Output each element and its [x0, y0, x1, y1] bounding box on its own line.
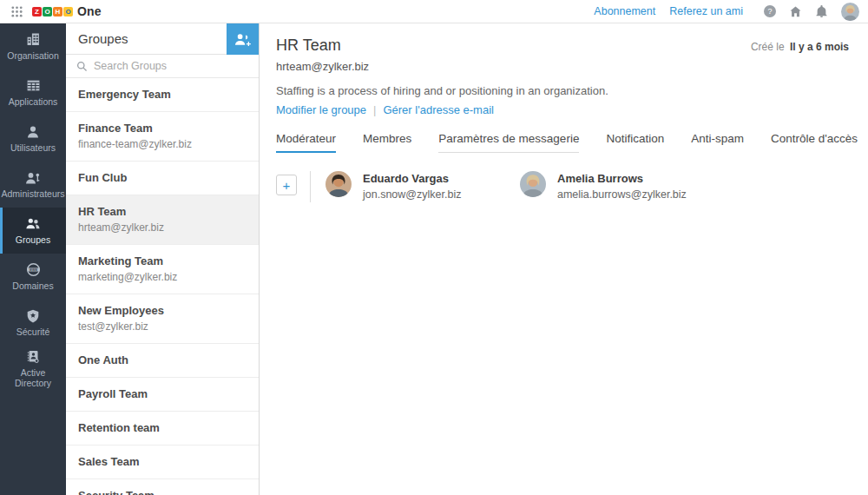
group-name: New Employees	[78, 304, 247, 317]
group-name: Sales Team	[78, 455, 247, 468]
admin-user-key-icon	[25, 170, 41, 185]
group-name: Payroll Team	[78, 387, 247, 400]
vertical-divider	[310, 171, 311, 202]
group-list-item-security-team[interactable]: Security Team	[66, 479, 259, 495]
group-name: Retention team	[78, 421, 247, 434]
active-directory-icon	[25, 349, 41, 364]
created-label: Créé le	[751, 41, 785, 53]
applications-grid-icon	[25, 78, 41, 93]
security-shield-icon	[25, 308, 41, 323]
group-email: test@zylker.biz	[78, 320, 247, 333]
sidebar-item-domaines[interactable]: WWW Domaines	[0, 254, 66, 300]
group-name: Security Team	[78, 489, 247, 495]
topbar: Z O H O One Abonnement Referez un ami ?	[0, 0, 868, 23]
group-description: Staffing is a process of hiring and or p…	[276, 84, 849, 97]
group-list-item-one-auth[interactable]: One Auth	[66, 344, 259, 378]
group-name: Finance Team	[78, 122, 247, 135]
moderators-row: + Eduardo Vargas jon.snow@zylker.biz	[276, 171, 849, 202]
logo-tile-o1: O	[43, 7, 52, 16]
group-name: Emergency Team	[78, 88, 247, 101]
refer-friend-link[interactable]: Referez un ami	[669, 5, 743, 17]
groups-icon	[25, 216, 41, 231]
group-title: HR Team	[276, 36, 341, 55]
zoho-one-logo[interactable]: Z O H O One	[32, 4, 102, 18]
group-list-item-hr-team[interactable]: HR Team hrteam@zylker.biz	[66, 195, 259, 245]
group-name: One Auth	[78, 353, 247, 366]
tab-membres[interactable]: Membres	[363, 132, 411, 153]
subscription-link[interactable]: Abonnement	[594, 5, 655, 17]
group-list-item-payroll-team[interactable]: Payroll Team	[66, 378, 259, 412]
sidebar-item-groupes[interactable]: Groupes	[0, 208, 66, 254]
brand-suffix: One	[77, 4, 102, 18]
home-icon[interactable]	[789, 5, 802, 18]
group-list-item-finance-team[interactable]: Finance Team finance-team@zylker.biz	[66, 112, 259, 162]
groups-panel-header: Groupes	[66, 23, 259, 55]
group-list-item-sales-team[interactable]: Sales Team	[66, 446, 259, 479]
detail-tabs: Modérateur Membres Paramètres de message…	[276, 132, 849, 153]
group-list-item-marketing-team[interactable]: Marketing Team marketing@zylker.biz	[66, 245, 259, 294]
admin-sidebar: Organisation Applications Utilisateurs A…	[0, 23, 66, 495]
add-group-button[interactable]	[227, 23, 259, 55]
sidebar-item-active-directory[interactable]: Active Directory	[0, 346, 66, 392]
sidebar-item-label: Active Directory	[3, 367, 63, 388]
sidebar-item-utilisateurs[interactable]: Utilisateurs	[0, 116, 66, 162]
add-moderator-button[interactable]: +	[276, 175, 297, 195]
logo-tile-z: Z	[32, 7, 42, 16]
sidebar-item-administrateurs[interactable]: Administrateurs	[0, 162, 66, 208]
group-name: Fun Club	[78, 171, 247, 184]
tab-moderateur[interactable]: Modérateur	[276, 132, 336, 153]
sidebar-item-label: Groupes	[16, 234, 50, 245]
group-name: HR Team	[78, 205, 247, 218]
sidebar-item-organisation[interactable]: Organisation	[0, 23, 66, 69]
moderator-email: amelia.burrows@zylker.biz	[557, 188, 687, 201]
sidebar-item-applications[interactable]: Applications	[0, 69, 66, 116]
group-list: Emergency Team Finance Team finance-team…	[66, 78, 259, 495]
moderator-avatar	[520, 171, 546, 197]
created-at: Créé le Il y a 6 mois	[751, 41, 849, 53]
search-groups-input[interactable]	[94, 60, 250, 72]
group-actions: Modifier le groupe | Gérer l'adresse e-m…	[276, 103, 849, 116]
group-email: finance-team@zylker.biz	[78, 138, 247, 150]
search-icon	[76, 61, 88, 72]
tab-controle-acces[interactable]: Contrôle d'accès	[771, 132, 858, 153]
domains-globe-icon: WWW	[25, 262, 41, 277]
action-separator: |	[373, 103, 376, 116]
group-list-item-emergency-team[interactable]: Emergency Team	[66, 78, 259, 112]
edit-group-link[interactable]: Modifier le groupe	[276, 103, 366, 116]
group-email-address: hrteam@zylker.biz	[276, 60, 849, 73]
sidebar-item-label: Administrateurs	[2, 188, 65, 199]
groups-search-row	[66, 55, 259, 78]
group-detail-pane: HR Team Créé le Il y a 6 mois hrteam@zyl…	[260, 23, 868, 495]
group-list-item-fun-club[interactable]: Fun Club	[66, 162, 259, 195]
group-list-item-retention-team[interactable]: Retention team	[66, 412, 259, 446]
help-icon[interactable]: ?	[764, 5, 776, 17]
moderator-card: Eduardo Vargas jon.snow@zylker.biz	[326, 171, 520, 201]
tab-anti-spam[interactable]: Anti-spam	[691, 132, 744, 153]
groups-panel: Groupes Emergency Team Finance Team fina…	[66, 23, 260, 495]
logo-tile-h: H	[53, 7, 62, 16]
user-avatar[interactable]	[841, 3, 859, 21]
manage-email-link[interactable]: Gérer l'adresse e-mail	[383, 103, 493, 116]
group-email: marketing@zylker.biz	[78, 271, 247, 283]
moderator-name: Amelia Burrows	[557, 172, 687, 185]
moderator-email: jon.snow@zylker.biz	[363, 188, 461, 201]
groups-panel-title: Groupes	[78, 31, 128, 46]
tab-notification[interactable]: Notification	[606, 132, 664, 153]
tab-parametres-messagerie[interactable]: Paramètres de messagerie	[438, 132, 579, 153]
sidebar-item-label: Domaines	[12, 280, 53, 291]
notifications-bell-icon[interactable]	[815, 5, 828, 18]
sidebar-item-label: Utilisateurs	[10, 142, 56, 153]
organization-icon	[25, 32, 41, 47]
sidebar-item-label: Organisation	[7, 50, 59, 61]
logo-tile-o2: O	[63, 7, 73, 16]
moderator-avatar	[326, 171, 352, 197]
app-launcher-icon[interactable]	[10, 5, 23, 18]
user-icon	[25, 124, 41, 139]
group-add-icon	[233, 33, 252, 46]
group-email: hrteam@zylker.biz	[78, 221, 247, 234]
sidebar-item-securite[interactable]: Sécurité	[0, 300, 66, 346]
moderator-card: Amelia Burrows amelia.burrows@zylker.biz	[520, 171, 714, 201]
group-list-item-new-employees[interactable]: New Employees test@zylker.biz	[66, 294, 259, 344]
created-value: Il y a 6 mois	[790, 41, 849, 53]
group-name: Marketing Team	[78, 254, 247, 267]
